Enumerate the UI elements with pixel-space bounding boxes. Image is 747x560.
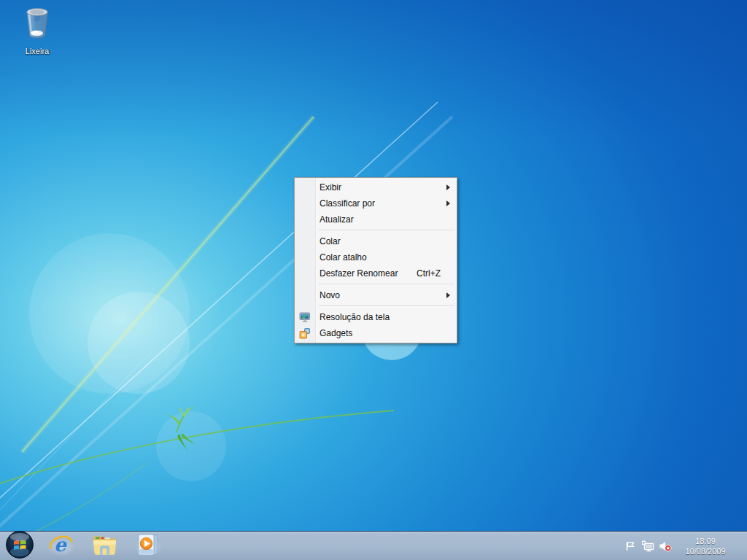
menu-item-colar[interactable]: Colar [295, 233, 457, 249]
menu-item-label: Atualizar [320, 214, 354, 225]
submenu-arrow-icon [446, 184, 450, 190]
submenu-arrow-icon [446, 201, 450, 206]
submenu-arrow-icon [446, 292, 450, 298]
menu-item-classificar-por[interactable]: Classificar por [295, 195, 457, 211]
desktop-icon-recycle-bin[interactable]: Lixeira [10, 6, 64, 57]
screen-resolution-icon [299, 311, 311, 323]
desktop-context-menu: Exibir Classificar por Atualizar Colar C… [294, 177, 457, 343]
taskbar: e [0, 531, 747, 560]
menu-item-shortcut: Ctrl+Z [417, 265, 441, 281]
tray-clock[interactable]: 18:09 10/08/2009 [676, 536, 735, 556]
gadgets-icon [299, 327, 311, 339]
taskbar-button-windows-media-player[interactable] [127, 532, 171, 560]
menu-item-label: Novo [320, 290, 340, 300]
system-tray: 18:09 10/08/2009 [622, 532, 747, 560]
desktop-icon-label: Lixeira [26, 47, 49, 55]
action-center-flag-icon[interactable] [624, 540, 637, 553]
menu-item-label: Exibir [320, 182, 341, 192]
menu-item-label: Colar atalho [320, 252, 367, 262]
taskbar-button-internet-explorer[interactable]: e [39, 532, 83, 560]
menu-item-gadgets[interactable]: Gadgets [295, 325, 457, 341]
menu-item-colar-atalho[interactable]: Colar atalho [295, 249, 457, 265]
network-icon[interactable] [641, 540, 654, 553]
recycle-bin-icon [22, 31, 53, 43]
menu-item-exibir[interactable]: Exibir [295, 179, 457, 195]
start-button[interactable] [0, 532, 39, 560]
menu-item-label: Resolução da tela [320, 312, 390, 322]
menu-item-label: Colar [320, 236, 341, 246]
windows-explorer-icon [92, 534, 118, 559]
menu-item-desfazer-renomear[interactable]: Desfazer Renomear Ctrl+Z [295, 265, 457, 281]
menu-item-label: Classificar por [320, 198, 375, 209]
menu-separator [318, 306, 454, 307]
menu-separator [318, 230, 454, 231]
start-orb-icon [6, 531, 34, 560]
volume-muted-icon[interactable] [659, 540, 672, 553]
menu-separator [318, 284, 454, 285]
menu-item-atualizar[interactable]: Atualizar [295, 211, 457, 228]
taskbar-empty-area[interactable] [171, 532, 622, 560]
menu-item-label: Desfazer Renomear [320, 268, 398, 279]
menu-item-label: Gadgets [320, 328, 352, 338]
windows7-desktop-screen: Lixeira Exibir Classificar por Atualizar… [0, 0, 747, 560]
clock-date: 10/08/2009 [676, 546, 735, 556]
menu-item-novo[interactable]: Novo [295, 287, 457, 303]
taskbar-button-windows-explorer[interactable] [83, 532, 127, 560]
windows-media-player-icon [136, 533, 161, 559]
clock-time: 18:09 [676, 536, 735, 546]
internet-explorer-icon: e [49, 533, 74, 559]
menu-item-resolucao-da-tela[interactable]: Resolução da tela [295, 309, 457, 325]
